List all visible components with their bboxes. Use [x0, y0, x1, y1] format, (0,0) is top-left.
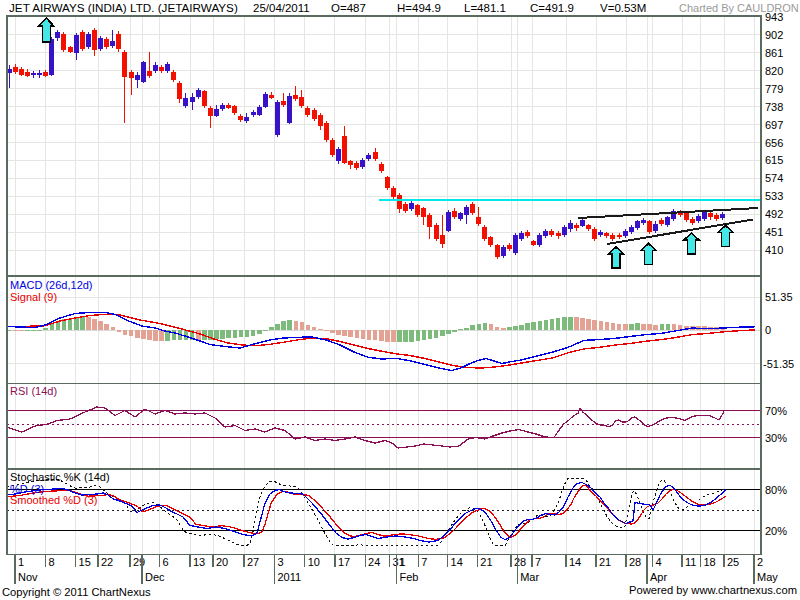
svg-text:11: 11 [685, 556, 696, 568]
svg-text:25/04/2011: 25/04/2011 [253, 2, 310, 14]
svg-text:14: 14 [451, 556, 463, 568]
svg-text:24: 24 [368, 556, 380, 568]
svg-text:30%: 30% [765, 432, 787, 444]
svg-text:RSI (14d): RSI (14d) [10, 385, 57, 397]
svg-text:70%: 70% [765, 405, 787, 417]
svg-text:2011: 2011 [278, 571, 302, 583]
svg-text:533: 533 [765, 190, 783, 202]
svg-text:7: 7 [421, 556, 427, 568]
svg-text:May: May [757, 571, 778, 583]
svg-text:Apr: Apr [650, 571, 667, 583]
svg-text:27: 27 [247, 556, 259, 568]
svg-text:21: 21 [599, 556, 611, 568]
svg-text:JET AIRWAYS (INDIA) LTD. (JETA: JET AIRWAYS (INDIA) LTD. (JETAIRWAYS) [9, 1, 238, 14]
svg-text:7: 7 [535, 556, 541, 568]
svg-text:V=0.53M: V=0.53M [600, 2, 646, 14]
svg-text:H=494.9: H=494.9 [397, 2, 441, 14]
svg-text:Charted By CAULDRON: Charted By CAULDRON [679, 2, 799, 14]
svg-text:C=491.9: C=491.9 [530, 2, 574, 14]
svg-text:1: 1 [400, 556, 406, 568]
svg-text:O=487: O=487 [331, 2, 366, 14]
svg-text:2: 2 [757, 556, 763, 568]
svg-text:820: 820 [765, 65, 783, 77]
svg-text:697: 697 [765, 119, 783, 131]
svg-text:779: 779 [765, 83, 783, 95]
svg-text:3: 3 [278, 556, 284, 568]
svg-text:861: 861 [765, 47, 783, 59]
svg-text:410: 410 [765, 244, 783, 256]
svg-text:10: 10 [308, 556, 320, 568]
svg-text:8: 8 [49, 556, 55, 568]
svg-text:Feb: Feb [400, 571, 419, 583]
svg-text:21: 21 [480, 556, 492, 568]
svg-text:28: 28 [514, 556, 526, 568]
svg-text:738: 738 [765, 101, 783, 113]
svg-text:20: 20 [216, 556, 228, 568]
svg-text:13: 13 [193, 556, 205, 568]
svg-text:14: 14 [569, 556, 581, 568]
svg-text:17: 17 [338, 556, 350, 568]
svg-text:25: 25 [727, 556, 739, 568]
svg-text:%D (3): %D (3) [10, 483, 44, 495]
svg-text:Dec: Dec [145, 571, 165, 583]
svg-text:656: 656 [765, 137, 783, 149]
svg-text:Stochastic %K (14d): Stochastic %K (14d) [10, 471, 110, 483]
svg-text:22: 22 [101, 556, 113, 568]
svg-text:492: 492 [765, 208, 783, 220]
svg-text:4: 4 [656, 556, 662, 568]
svg-text:1: 1 [18, 556, 24, 568]
svg-text:574: 574 [765, 172, 783, 184]
svg-text:18: 18 [704, 556, 716, 568]
svg-text:-51.35: -51.35 [763, 358, 794, 370]
svg-text:Mar: Mar [520, 571, 539, 583]
svg-text:80%: 80% [765, 484, 787, 496]
svg-text:Copyright © 2011 ChartNexus: Copyright © 2011 ChartNexus [2, 586, 151, 598]
svg-text:615: 615 [765, 154, 783, 166]
svg-text:451: 451 [765, 226, 783, 238]
svg-text:L=481.1: L=481.1 [464, 2, 506, 14]
svg-text:0: 0 [765, 324, 771, 336]
svg-text:20%: 20% [765, 525, 787, 537]
svg-text:28: 28 [629, 556, 641, 568]
svg-text:Powered by www.chartnexus.com: Powered by www.chartnexus.com [629, 584, 797, 596]
svg-text:Nov: Nov [18, 571, 38, 583]
svg-text:Smoothed %D (3): Smoothed %D (3) [10, 494, 97, 506]
svg-text:29: 29 [133, 556, 145, 568]
svg-text:Signal (9): Signal (9) [10, 291, 57, 303]
svg-text:6: 6 [163, 556, 169, 568]
svg-text:15: 15 [79, 556, 91, 568]
svg-text:51.35: 51.35 [765, 291, 793, 303]
svg-text:MACD (26d,12d): MACD (26d,12d) [10, 279, 93, 291]
svg-text:902: 902 [765, 29, 783, 41]
